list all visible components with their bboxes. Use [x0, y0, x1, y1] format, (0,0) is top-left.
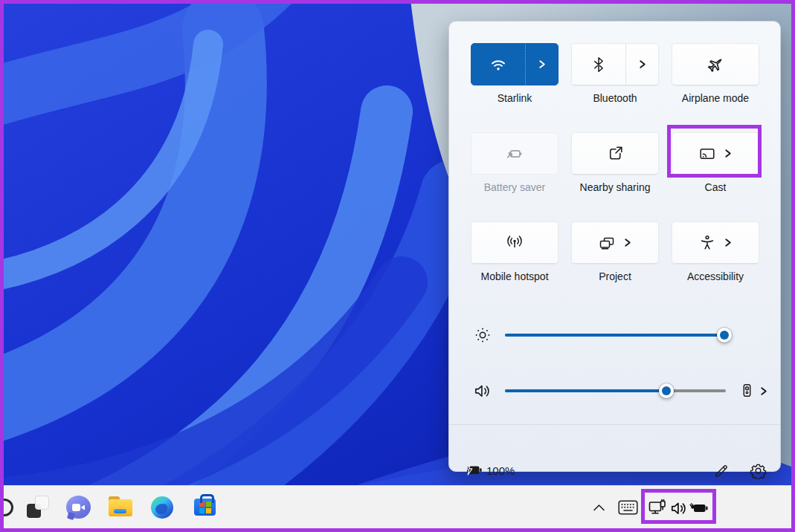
- brightness-slider-thumb[interactable]: [717, 328, 732, 343]
- microsoft-store-icon[interactable]: [194, 494, 216, 516]
- speaker-icon: [473, 381, 492, 400]
- overlapping-windows-icon[interactable]: [27, 496, 49, 518]
- wifi-tile[interactable]: [471, 43, 559, 85]
- nearby-sharing-tile-label: Nearby sharing: [571, 181, 659, 193]
- cast-icon: [698, 145, 716, 163]
- taskbar: 5:24 AM 8/30/2022: [0, 485, 795, 528]
- footer-divider: [449, 424, 780, 425]
- battery-status-text: 100%: [486, 464, 515, 477]
- brightness-sun-icon: [473, 325, 492, 345]
- airplane-mode-tile-label: Airplane mode: [672, 92, 759, 104]
- project-tile[interactable]: [571, 221, 659, 264]
- chevron-right-icon: [537, 59, 547, 69]
- wifi-icon: [489, 55, 508, 74]
- chevron-right-icon: [622, 238, 632, 247]
- video-camera-glyph: [71, 502, 86, 513]
- mobile-hotspot-tile-label: Mobile hotspot: [471, 270, 559, 282]
- bluetooth-toggle[interactable]: [572, 44, 625, 85]
- cast-tile-label: Cast: [672, 181, 759, 193]
- screenshot-frame: Starlink Bluetooth: [0, 0, 795, 532]
- quick-settings-panel: Starlink Bluetooth: [448, 21, 781, 472]
- accessibility-icon: [698, 234, 716, 252]
- nearby-sharing-tile[interactable]: [571, 132, 659, 175]
- network-icon[interactable]: [648, 499, 667, 518]
- file-explorer-icon[interactable]: [109, 496, 132, 516]
- audio-output-chevron-icon[interactable]: [759, 386, 768, 396]
- bluetooth-icon: [590, 56, 608, 74]
- wifi-tile-label: Starlink: [471, 92, 559, 104]
- keyboard-icon[interactable]: [618, 500, 638, 515]
- light-square: [35, 496, 49, 510]
- gear-icon[interactable]: [750, 462, 767, 479]
- audio-output-icon[interactable]: [738, 382, 756, 399]
- mobile-hotspot-tile[interactable]: [471, 221, 559, 264]
- frame-border-left: [0, 0, 4, 532]
- volume-icon[interactable]: [669, 499, 689, 518]
- chevron-up-icon[interactable]: [593, 503, 605, 512]
- chat-icon[interactable]: [66, 496, 91, 519]
- volume-slider-fill: [505, 389, 666, 392]
- wifi-expand-chevron[interactable]: [526, 44, 558, 85]
- bluetooth-tile-label: Bluetooth: [571, 92, 659, 104]
- airplane-mode-tile[interactable]: [672, 43, 759, 85]
- microsoft-logo: [199, 502, 211, 513]
- volume-slider-thumb[interactable]: [659, 383, 674, 398]
- hotspot-icon: [505, 233, 524, 253]
- bluetooth-tile[interactable]: [571, 43, 659, 85]
- battery-saver-icon: [505, 144, 524, 163]
- chevron-right-icon: [637, 59, 647, 69]
- pencil-icon[interactable]: [713, 463, 730, 479]
- battery-saver-tile: [471, 132, 559, 175]
- battery-charging-icon: [463, 463, 483, 478]
- chevron-right-icon: [723, 238, 733, 247]
- brightness-slider-track[interactable]: [505, 334, 726, 337]
- volume-slider-track[interactable]: [505, 389, 726, 392]
- accessibility-tile-label: Accessibility: [672, 270, 759, 282]
- bluetooth-expand-chevron[interactable]: [626, 44, 658, 85]
- frame-border-top: [0, 0, 795, 4]
- chevron-right-icon: [723, 149, 733, 158]
- share-icon: [606, 144, 625, 163]
- accessibility-tile[interactable]: [672, 221, 759, 264]
- airplane-icon: [706, 55, 725, 74]
- cast-tile[interactable]: [672, 132, 759, 175]
- frame-border-bottom: [0, 528, 795, 532]
- frame-border-right: [791, 0, 795, 532]
- brightness-slider-fill: [505, 334, 724, 337]
- project-icon: [598, 234, 616, 252]
- battery-saver-tile-label: Battery saver: [471, 181, 559, 193]
- project-tile-label: Project: [571, 270, 659, 282]
- wifi-toggle[interactable]: [471, 44, 525, 85]
- battery-plugged-icon[interactable]: [689, 499, 709, 517]
- edge-icon[interactable]: [151, 496, 173, 519]
